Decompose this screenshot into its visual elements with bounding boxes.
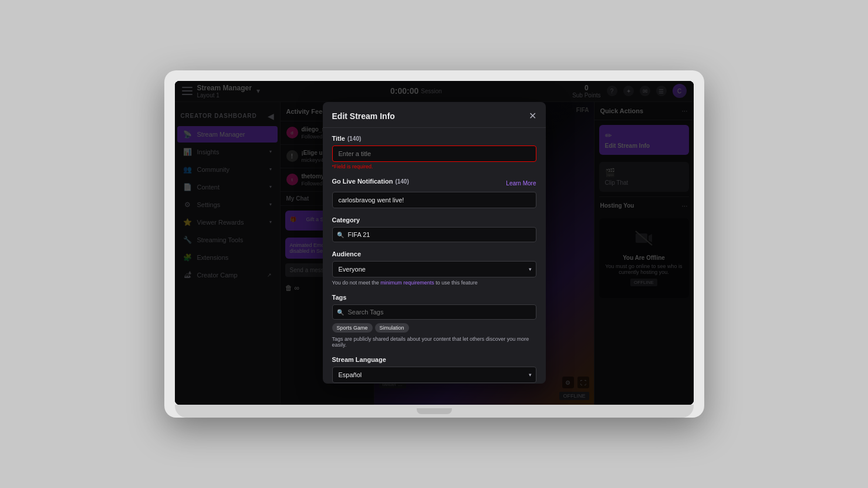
audience-select-wrapper: Everyone ▾ — [332, 261, 536, 277]
tags-description: Tags are publicly shared details about y… — [332, 336, 536, 348]
title-label: Title (140) — [332, 135, 536, 142]
stream-language-select[interactable]: Español — [332, 367, 536, 383]
category-input[interactable] — [332, 227, 536, 242]
go-live-label-row: Go Live Notification (140) Learn More — [332, 178, 536, 188]
category-label: Category — [332, 216, 536, 223]
modal-overlay: Edit Stream Info ✕ Title (140) *Field is… — [175, 81, 694, 405]
title-field: Title (140) *Field is required. — [332, 135, 536, 170]
tag-chip-sports-game[interactable]: Sports Game — [332, 323, 373, 333]
category-input-wrapper: 🔍 — [332, 227, 536, 242]
modal-close-button[interactable]: ✕ — [529, 110, 536, 121]
category-search-icon: 🔍 — [337, 232, 344, 238]
modal-body: Title (140) *Field is required. Go Live … — [323, 128, 546, 384]
edit-stream-info-modal: Edit Stream Info ✕ Title (140) *Field is… — [323, 102, 546, 384]
title-error: *Field is required. — [332, 164, 536, 170]
learn-more-link[interactable]: Learn More — [506, 180, 536, 187]
tags-input-wrapper: 🔍 — [332, 304, 536, 320]
tag-chip-simulation[interactable]: Simulation — [375, 323, 409, 333]
modal-header: Edit Stream Info ✕ — [323, 102, 546, 128]
tags-label: Tags — [332, 294, 536, 301]
go-live-char-count: (140) — [395, 178, 408, 185]
audience-warning: You do not meet the minimum requirements… — [332, 280, 536, 286]
category-field: Category 🔍 — [332, 216, 536, 242]
title-char-count: (140) — [347, 135, 361, 142]
audience-label: Audience — [332, 250, 536, 257]
audience-field: Audience Everyone ▾ You do not meet the … — [332, 250, 536, 286]
audience-select[interactable]: Everyone — [332, 261, 536, 277]
tags-field: Tags 🔍 Sports Game Simulation Tags are p… — [332, 294, 536, 348]
minimum-requirements-link[interactable]: minimum requirements — [380, 280, 434, 286]
go-live-notification-field: Go Live Notification (140) Learn More — [332, 178, 536, 208]
tag-chips: Sports Game Simulation — [332, 323, 536, 333]
tags-search-icon: 🔍 — [337, 309, 344, 316]
go-live-input[interactable] — [332, 192, 536, 208]
modal-title: Edit Stream Info — [332, 111, 395, 121]
title-input[interactable] — [332, 145, 536, 162]
stream-language-label: Stream Language — [332, 356, 536, 363]
stream-language-select-wrapper: Español ▾ — [332, 367, 536, 383]
go-live-label: Go Live Notification (140) — [332, 178, 409, 185]
stream-language-field: Stream Language Español ▾ — [332, 356, 536, 383]
tags-search-input[interactable] — [332, 304, 536, 320]
